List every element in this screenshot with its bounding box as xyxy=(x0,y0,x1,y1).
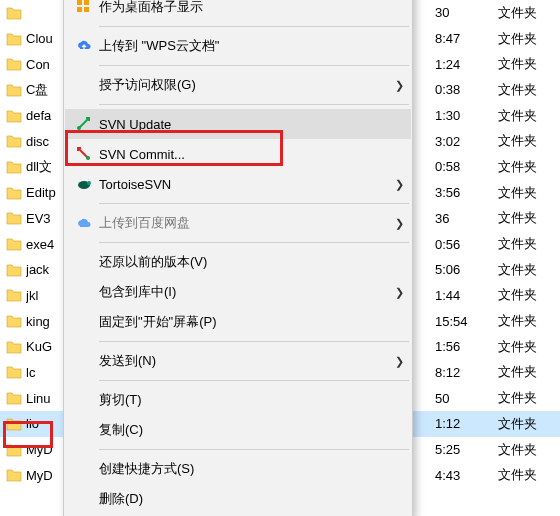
menu-label: SVN Commit... xyxy=(99,147,405,162)
folder-icon xyxy=(6,32,26,46)
file-type: 文件夹 xyxy=(490,261,560,279)
menu-delete[interactable]: 删除(D) xyxy=(65,484,411,514)
menu-include-library[interactable]: 包含到库中(I) ❯ xyxy=(65,277,411,307)
folder-icon xyxy=(6,211,26,225)
menu-pin-start[interactable]: 固定到"开始"屏幕(P) xyxy=(65,307,411,337)
folder-icon xyxy=(6,468,26,482)
menu-svn-commit[interactable]: SVN Commit... xyxy=(65,139,411,169)
file-type: 文件夹 xyxy=(490,4,560,22)
menu-label: 上传到 "WPS云文档" xyxy=(99,37,405,55)
menu-send-to[interactable]: 发送到(N) ❯ xyxy=(65,346,411,376)
svg-point-5 xyxy=(86,156,90,160)
menu-label: SVN Update xyxy=(99,117,405,132)
file-time: 1:24 xyxy=(435,57,490,72)
menu-restore-previous[interactable]: 还原以前的版本(V) xyxy=(65,247,411,277)
menu-separator xyxy=(99,104,409,105)
blank-icon xyxy=(71,351,97,371)
svn-commit-icon xyxy=(71,144,97,164)
folder-icon xyxy=(6,6,26,20)
menu-label: 包含到库中(I) xyxy=(99,283,393,301)
chevron-right-icon: ❯ xyxy=(393,286,405,299)
menu-cut[interactable]: 剪切(T) xyxy=(65,385,411,415)
file-type: 文件夹 xyxy=(490,312,560,330)
file-time: 0:58 xyxy=(435,159,490,174)
menu-separator xyxy=(99,449,409,450)
menu-separator xyxy=(99,26,409,27)
file-type: 文件夹 xyxy=(490,184,560,202)
menu-label: 上传到百度网盘 xyxy=(99,214,393,232)
menu-upload-baidu[interactable]: 上传到百度网盘 ❯ xyxy=(65,208,411,238)
folder-icon xyxy=(6,391,26,405)
svg-rect-1 xyxy=(84,0,89,5)
file-type: 文件夹 xyxy=(490,441,560,459)
chevron-right-icon: ❯ xyxy=(393,355,405,368)
svg-rect-3 xyxy=(84,7,89,12)
blank-icon xyxy=(71,282,97,302)
menu-separator xyxy=(99,203,409,204)
svg-rect-2 xyxy=(77,7,82,12)
file-time: 8:12 xyxy=(435,365,490,380)
file-type: 文件夹 xyxy=(490,389,560,407)
blank-icon xyxy=(71,252,97,272)
folder-icon xyxy=(6,443,26,457)
menu-tortoise-svn[interactable]: TortoiseSVN ❯ xyxy=(65,169,411,199)
file-type: 文件夹 xyxy=(490,30,560,48)
svg-point-4 xyxy=(77,126,81,130)
file-type: 文件夹 xyxy=(490,286,560,304)
folder-icon xyxy=(6,340,26,354)
menu-label: TortoiseSVN xyxy=(99,177,393,192)
svg-point-7 xyxy=(87,181,91,185)
menu-label: 复制(C) xyxy=(99,421,405,439)
blank-icon xyxy=(71,312,97,332)
blank-icon xyxy=(71,420,97,440)
file-time: 1:12 xyxy=(435,416,490,431)
file-type: 文件夹 xyxy=(490,55,560,73)
svn-update-icon xyxy=(71,114,97,134)
file-type: 文件夹 xyxy=(490,81,560,99)
file-time: 8:47 xyxy=(435,31,490,46)
menu-label: 剪切(T) xyxy=(99,391,405,409)
folder-icon xyxy=(6,314,26,328)
blank-icon xyxy=(71,75,97,95)
chevron-right-icon: ❯ xyxy=(393,178,405,191)
tortoise-icon xyxy=(71,174,97,194)
menu-separator xyxy=(99,65,409,66)
file-type: 文件夹 xyxy=(490,107,560,125)
file-type: 文件夹 xyxy=(490,338,560,356)
menu-label: 作为桌面格子显示 xyxy=(99,0,405,16)
menu-label: 删除(D) xyxy=(99,490,405,508)
file-time: 0:38 xyxy=(435,82,490,97)
folder-icon xyxy=(6,109,26,123)
menu-label: 授予访问权限(G) xyxy=(99,76,393,94)
file-time: 0:56 xyxy=(435,237,490,252)
baidu-cloud-icon xyxy=(71,213,97,233)
folder-icon xyxy=(6,57,26,71)
menu-grant-access[interactable]: 授予访问权限(G) ❯ xyxy=(65,70,411,100)
file-type: 文件夹 xyxy=(490,415,560,433)
menu-separator xyxy=(99,380,409,381)
menu-upload-wps[interactable]: 上传到 "WPS云文档" xyxy=(65,31,411,61)
menu-label: 固定到"开始"屏幕(P) xyxy=(99,313,405,331)
file-time: 3:02 xyxy=(435,134,490,149)
file-time: 1:44 xyxy=(435,288,490,303)
file-time: 5:06 xyxy=(435,262,490,277)
blank-icon xyxy=(71,459,97,479)
file-type: 文件夹 xyxy=(490,209,560,227)
menu-create-shortcut[interactable]: 创建快捷方式(S) xyxy=(65,454,411,484)
folder-icon xyxy=(6,83,26,97)
menu-copy[interactable]: 复制(C) xyxy=(65,415,411,445)
folder-icon xyxy=(6,186,26,200)
folder-icon xyxy=(6,365,26,379)
menu-desktop-grid[interactable]: 作为桌面格子显示 xyxy=(65,0,411,22)
menu-svn-update[interactable]: SVN Update xyxy=(65,109,411,139)
menu-separator xyxy=(99,341,409,342)
file-time: 36 xyxy=(435,211,490,226)
chevron-right-icon: ❯ xyxy=(393,217,405,230)
file-time: 50 xyxy=(435,391,490,406)
chevron-right-icon: ❯ xyxy=(393,79,405,92)
grid-icon xyxy=(71,0,97,17)
file-type: 文件夹 xyxy=(490,466,560,484)
menu-label: 发送到(N) xyxy=(99,352,393,370)
blank-icon xyxy=(71,489,97,509)
folder-icon xyxy=(6,288,26,302)
